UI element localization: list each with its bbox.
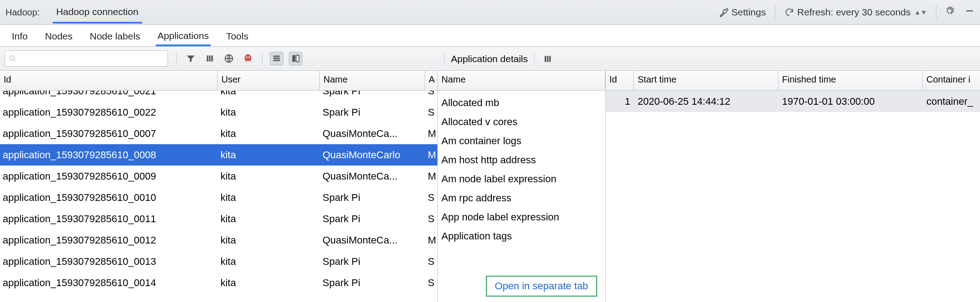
header-name[interactable]: Name (320, 71, 425, 90)
table-row[interactable]: application_1593079285610_0013kitaSpark … (0, 251, 437, 272)
detail-item[interactable]: Am node label expression (438, 170, 605, 189)
svg-point-1 (10, 56, 14, 60)
table-row[interactable]: application_1593079285610_0011kitaSpark … (0, 208, 437, 229)
cell-app: M (425, 149, 437, 161)
table-row[interactable]: application_1593079285610_0007kitaQuasiM… (0, 123, 437, 144)
divider (176, 52, 177, 65)
header-app[interactable]: A (425, 71, 437, 90)
details-title: Application details (451, 54, 528, 64)
cell-app: S (425, 107, 437, 118)
table-row[interactable]: application_1593079285610_0008kitaQuasiM… (0, 144, 437, 166)
list-icon (272, 54, 282, 63)
cell-app: S (425, 256, 437, 268)
svg-rect-7 (273, 56, 280, 57)
details-list: Allocated mbAllocated v coresAm containe… (438, 91, 605, 302)
search-box[interactable] (5, 50, 168, 67)
columns-icon (543, 54, 552, 63)
header-user[interactable]: User (218, 71, 320, 90)
table-row[interactable]: application_1593079285610_0022kitaSpark … (0, 102, 437, 123)
minimize-icon (965, 6, 975, 16)
attempt-row[interactable]: 12020-06-25 14:44:121970-01-01 03:00:00c… (606, 91, 980, 112)
table-row[interactable]: application_1593079285610_0009kitaQuasiM… (0, 166, 437, 187)
connection-tab[interactable]: Hadoop connection (53, 1, 142, 24)
svg-rect-5 (211, 55, 213, 61)
header-id[interactable]: Id (0, 71, 218, 90)
detail-item[interactable]: Allocated v cores (438, 112, 605, 132)
wrench-icon (719, 7, 729, 17)
divider (775, 5, 775, 19)
skull-icon (243, 54, 253, 63)
svg-rect-9 (273, 60, 280, 61)
filter-icon (186, 54, 196, 63)
tab-nodes[interactable]: Nodes (43, 27, 74, 46)
applications-panel: Id User Name A application_1593079285610… (0, 71, 438, 302)
header-attempt-id[interactable]: Id (606, 71, 634, 90)
tab-tools[interactable]: Tools (224, 27, 250, 46)
details-header-row: Name (438, 71, 605, 91)
globe-button[interactable] (222, 52, 236, 65)
cell-user: kita (218, 128, 320, 140)
cell-name: Spark Pi (320, 213, 425, 225)
details-panel: Application details Name Allocated mbAll… (438, 71, 606, 302)
cell-start-time: 2020-06-25 14:44:12 (634, 96, 778, 107)
attempts-panel: Application attempts Id Start time Finis… (606, 71, 980, 302)
list-view-button[interactable] (270, 52, 283, 65)
split-view-button[interactable] (289, 52, 302, 65)
table-row[interactable]: application_1593079285610_0014kitaSpark … (0, 272, 437, 293)
header-start-time[interactable]: Start time (634, 71, 778, 90)
refresh-label: Refresh: every 30 seconds (797, 7, 911, 18)
cell-id: application_1593079285610_0007 (0, 128, 218, 140)
minimize-button[interactable] (963, 4, 976, 20)
detail-item[interactable]: Am host http address (438, 151, 605, 170)
cell-id: application_1593079285610_0010 (0, 192, 218, 204)
tab-applications[interactable]: Applications (156, 27, 211, 46)
gear-icon (945, 6, 955, 16)
cell-id: application_1593079285610_0012 (0, 234, 218, 246)
attempts-headers: Id Start time Finished time Container i (606, 71, 980, 91)
header-finished-time[interactable]: Finished time (778, 71, 923, 90)
cell-id: application_1593079285610_0011 (0, 213, 218, 225)
detail-item[interactable]: Am rpc address (438, 189, 605, 208)
detail-item[interactable]: App node label expression (438, 208, 605, 227)
table-row[interactable]: application_1593079285610_0021kitaSpark … (0, 91, 437, 102)
tab-node-labels[interactable]: Node labels (88, 27, 142, 46)
cell-name: QuasiMonteCa... (320, 234, 425, 246)
svg-rect-4 (209, 55, 210, 61)
refresh-button[interactable]: Refresh: every 30 seconds ▲▼ (782, 5, 930, 19)
detail-item[interactable]: Am container logs (438, 132, 605, 151)
settings-button[interactable]: Settings (716, 5, 769, 19)
applications-headers: Id User Name A (0, 71, 437, 91)
header-container-id[interactable]: Container i (923, 71, 980, 90)
divider (936, 5, 936, 19)
kill-button[interactable] (241, 52, 255, 65)
details-columns-button[interactable] (541, 52, 554, 66)
open-separate-tab-button[interactable]: Open in separate tab (486, 276, 597, 297)
detail-item[interactable]: Application tags (438, 227, 605, 246)
cell-name: Spark Pi (320, 256, 425, 268)
tab-info[interactable]: Info (10, 27, 30, 46)
cell-id: application_1593079285610_0013 (0, 256, 218, 268)
search-icon (9, 54, 17, 63)
gear-button[interactable] (943, 4, 956, 20)
details-header-name[interactable]: Name (438, 71, 605, 90)
cell-id: application_1593079285610_0008 (0, 149, 218, 161)
cell-user: kita (218, 256, 320, 268)
cell-user: kita (218, 170, 320, 182)
cell-container-id: container_ (923, 96, 980, 107)
table-row[interactable]: application_1593079285610_0010kitaSpark … (0, 187, 437, 208)
divider (262, 52, 262, 65)
search-input[interactable] (20, 54, 164, 63)
columns-button[interactable] (203, 52, 217, 65)
cell-id: application_1593079285610_0021 (0, 91, 218, 97)
spinner-icon: ▲▼ (914, 9, 927, 16)
cell-app: S (425, 91, 437, 97)
cell-name: Spark Pi (320, 91, 425, 97)
cell-id: application_1593079285610_0022 (0, 107, 218, 118)
cell-app: M (425, 128, 437, 140)
main-tabs: Info Nodes Node labels Applications Tool… (0, 25, 980, 47)
cell-attempt-id: 1 (606, 96, 634, 107)
globe-icon (224, 54, 234, 63)
filter-button[interactable] (184, 52, 198, 65)
table-row[interactable]: application_1593079285610_0012kitaQuasiM… (0, 229, 437, 251)
detail-item[interactable]: Allocated mb (438, 93, 605, 112)
